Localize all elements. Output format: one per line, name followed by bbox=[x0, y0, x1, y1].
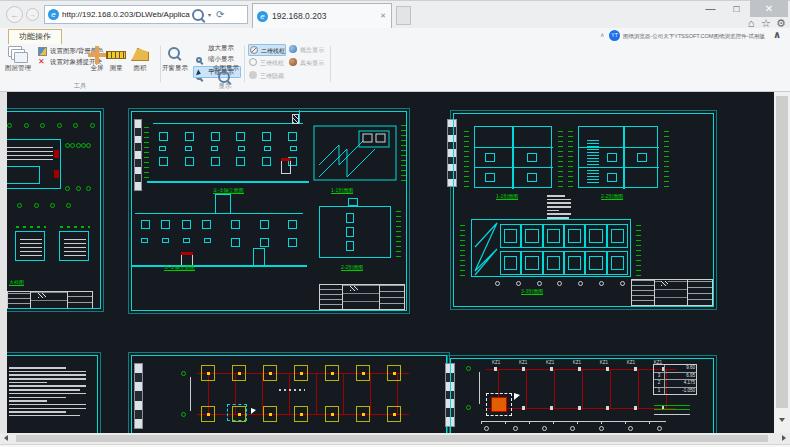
table-row: 9.60 bbox=[654, 365, 696, 373]
scroll-left-icon[interactable] bbox=[4, 435, 8, 441]
refresh-icon[interactable]: ⟳ bbox=[216, 9, 224, 20]
note-underline bbox=[654, 414, 690, 415]
layer-manager-button[interactable]: 图层管理 bbox=[0, 64, 36, 71]
floor-line bbox=[475, 167, 553, 168]
hidden-3d-label: 三维隐藏 bbox=[260, 72, 284, 81]
title-block-col bbox=[68, 292, 92, 308]
ribbon-collapse-icon[interactable]: ∧ bbox=[773, 29, 781, 40]
visual-style-concept[interactable]: 概念显示 bbox=[288, 44, 326, 56]
realistic-label: 真实显示 bbox=[300, 59, 324, 68]
scroll-right-icon[interactable] bbox=[782, 435, 786, 441]
stair-caption: 1-1剖面图 bbox=[331, 187, 353, 194]
plan-room bbox=[7, 166, 40, 184]
elevation-bottom-caption: ⑦-①轴立面图 bbox=[164, 264, 195, 271]
window-frame-edge bbox=[0, 92, 7, 447]
horizontal-scrollbar[interactable] bbox=[0, 433, 790, 444]
title-block-col bbox=[688, 280, 712, 305]
ie-page-icon: e bbox=[48, 9, 59, 20]
concept-label: 概念显示 bbox=[300, 46, 324, 55]
hidden-3d-icon bbox=[249, 71, 257, 79]
level-table: 9.60 36.95 24.175 1-1.050 bbox=[653, 364, 697, 395]
column-labels: KZ1 KZ1 KZ1 KZ1 KZ1 KZ1 KZ1 bbox=[492, 360, 662, 365]
close-button[interactable]: ✕ bbox=[750, 0, 788, 17]
visual-style-2d-wireframe[interactable]: 二维线框 bbox=[248, 44, 286, 56]
address-dropdown-icon[interactable]: ▾ bbox=[208, 11, 211, 18]
table-row: 36.95 bbox=[654, 373, 696, 381]
maximize-button[interactable]: □ bbox=[724, 0, 749, 17]
visual-style-realistic[interactable]: 真实显示 bbox=[288, 57, 326, 69]
fit-view-button[interactable]: 全图显示 bbox=[208, 64, 244, 71]
axis-bubble-row bbox=[7, 123, 95, 128]
scroll-down-icon[interactable] bbox=[779, 418, 785, 422]
new-tab-button[interactable] bbox=[396, 6, 411, 25]
visual-style-3d-hidden[interactable]: 三维隐藏 bbox=[248, 70, 286, 82]
measure-icon bbox=[106, 51, 126, 59]
ribbon-tab-function[interactable]: 功能操作 bbox=[8, 29, 62, 44]
url-input[interactable] bbox=[62, 10, 190, 19]
grid-bubble-row bbox=[495, 281, 625, 286]
browser-window: ← → e ▾ ⟳ e 192.168.0.203 ✕ — □ ✕ ⌂ ☆ ⚙ … bbox=[0, 0, 790, 447]
tools-group-label: 工具 bbox=[55, 82, 105, 91]
sheet-foundation-plan bbox=[128, 352, 450, 433]
measure-button[interactable]: 测量 bbox=[104, 64, 128, 71]
green-dim-stack bbox=[636, 222, 641, 276]
area-button[interactable]: 面积 bbox=[128, 64, 152, 71]
display-group-label: 显示 bbox=[195, 82, 255, 91]
tab-close-icon[interactable]: ✕ bbox=[380, 12, 386, 20]
section-cell bbox=[346, 227, 354, 237]
axis-bubble bbox=[181, 371, 187, 376]
back-button[interactable]: ← bbox=[6, 6, 23, 23]
section-cell bbox=[607, 153, 617, 162]
floor-line bbox=[475, 147, 553, 148]
dim-line bbox=[190, 377, 191, 411]
tab-favicon: e bbox=[257, 11, 268, 22]
search-icon[interactable] bbox=[192, 9, 204, 21]
visual-style-3d-wireframe[interactable]: 三维线框 bbox=[248, 57, 286, 69]
address-bar[interactable]: e ▾ ⟳ bbox=[44, 5, 248, 24]
column-line bbox=[512, 127, 514, 189]
sheet-details: 大样图 bbox=[7, 108, 104, 312]
forward-button[interactable]: → bbox=[26, 8, 39, 21]
floor-line bbox=[579, 167, 659, 168]
title-block-col bbox=[343, 285, 380, 309]
detail-lines bbox=[20, 238, 42, 256]
minimize-button[interactable]: — bbox=[698, 0, 723, 17]
window-row bbox=[141, 220, 211, 229]
zoom-in-button[interactable]: 放大显示 bbox=[208, 43, 234, 53]
tab-title: 192.168.0.203 bbox=[272, 11, 380, 21]
ground-line bbox=[131, 265, 307, 267]
wireframe-2d-label: 二维线框 bbox=[261, 47, 285, 56]
title-block-col bbox=[31, 292, 68, 308]
bay-row bbox=[500, 224, 628, 248]
cad-canvas[interactable]: 大样图 ①-⑦轴立面图 bbox=[7, 92, 774, 433]
cursor-arrow bbox=[251, 408, 256, 414]
vertical-scrollbar[interactable] bbox=[774, 92, 790, 433]
kiosk-red-roof bbox=[181, 252, 193, 255]
cell: -1.050 bbox=[665, 388, 696, 395]
roof-tank bbox=[348, 198, 358, 206]
cell: 2 bbox=[654, 380, 665, 387]
kz-label: KZ1 bbox=[627, 360, 635, 365]
floor-line bbox=[579, 147, 659, 148]
vertical-scrollbar-thumb[interactable] bbox=[776, 96, 788, 408]
detail-drawing bbox=[59, 231, 89, 261]
kz-label: KZ1 bbox=[492, 360, 500, 365]
kz-label: KZ1 bbox=[600, 360, 608, 365]
kiosk bbox=[281, 158, 291, 174]
page-shape bbox=[14, 52, 28, 63]
concept-icon bbox=[289, 45, 297, 53]
horizontal-scrollbar-thumb[interactable] bbox=[16, 435, 768, 442]
section-1 bbox=[474, 126, 552, 188]
window-display-button[interactable]: 开窗显示 bbox=[158, 64, 192, 71]
small-section-caption: 2-2剖面图 bbox=[341, 264, 363, 271]
zoom-out-button[interactable]: 缩小显示 bbox=[208, 54, 234, 64]
axis-bubble bbox=[466, 405, 472, 410]
green-dim bbox=[60, 226, 90, 228]
axis-bubble-grid bbox=[65, 143, 91, 191]
addon-logo: YT bbox=[609, 30, 620, 41]
green-dim-stack bbox=[558, 129, 563, 187]
fullscreen-icon bbox=[88, 46, 106, 64]
browser-tab[interactable]: e 192.168.0.203 ✕ bbox=[252, 3, 392, 28]
roof-mast bbox=[299, 110, 300, 124]
title-block-col bbox=[380, 285, 404, 309]
